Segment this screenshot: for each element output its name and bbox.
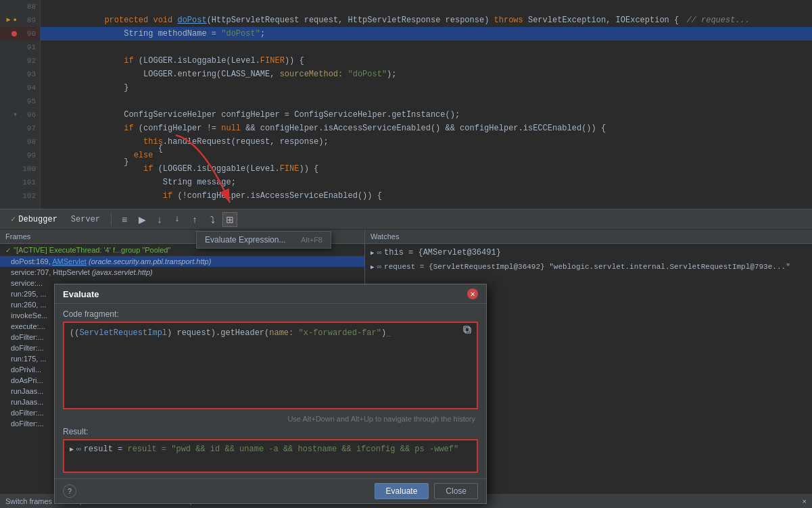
dialog-titlebar: Evaluate ✕ [55,284,486,304]
result-expand-icon: ▶ [70,445,74,453]
dialog-footer: ? Evaluate Close [55,478,486,503]
svg-rect-2 [464,326,469,332]
dialog-body: Code fragment: ((ServletRequestImpl) req… [55,304,486,478]
dialog-title: Evaluate [63,289,99,299]
code-fragment-label: Code fragment: [63,309,478,319]
evaluate-button[interactable]: Evaluate [375,483,429,499]
close-button[interactable]: Close [434,483,478,499]
code-fragment-text: ((ServletRequestImpl) request).getHeader… [70,328,471,338]
evaluate-dialog: Evaluate ✕ Code fragment: ((ServletReque… [54,284,487,504]
result-infinity-icon: ∞ [76,445,81,453]
result-box: ▶ ∞ result = result = "pwd && id && unam… [63,439,478,473]
history-hint-text: Use Alt+Down and Alt+Up to navigate thro… [63,413,478,424]
svg-rect-1 [465,328,471,333]
copy-icon[interactable] [463,326,473,338]
result-label: Result: [63,427,478,436]
result-text: result = result = "pwd && id && uname -a… [84,444,459,454]
help-button[interactable]: ? [63,484,76,498]
modal-overlay: Evaluate ✕ Code fragment: ((ServletReque… [0,0,812,508]
dialog-close-x-button[interactable]: ✕ [467,288,478,299]
footer-buttons: Evaluate Close [375,483,478,499]
code-fragment-input[interactable]: ((ServletRequestImpl) request).getHeader… [63,322,478,409]
result-row: ▶ ∞ result = result = "pwd && id && unam… [70,444,471,454]
